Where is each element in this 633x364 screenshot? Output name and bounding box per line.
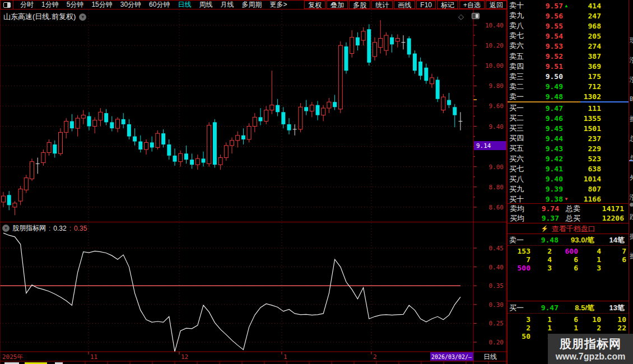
menu-item-15分钟[interactable]: 15分钟	[91, 0, 112, 10]
level-label: 卖八	[509, 21, 532, 31]
clipped-label-char: 总	[630, 153, 633, 163]
buy-one-detail-header: 买一 9.47 8.5/笔 13笔	[508, 303, 629, 312]
book-level-row-买九[interactable]: 买九9.39807	[508, 184, 629, 194]
book-level-row-卖四[interactable]: 卖四9.51369	[508, 62, 629, 72]
order-detail-cell: 500	[508, 264, 533, 272]
book-level-row-买八[interactable]: 买八9.401014	[508, 174, 629, 184]
menu-item-周线[interactable]: 周线	[199, 0, 212, 10]
tool-item-标记[interactable]: 标记	[437, 1, 458, 9]
level-price: 9.56	[532, 12, 563, 20]
svg-text:0.40: 0.40	[489, 264, 504, 271]
level-volume: 1166	[570, 195, 627, 203]
view-full-depth-link[interactable]: ⚡ 查看千档盘口	[508, 224, 629, 234]
svg-text:12: 12	[181, 353, 188, 361]
axis-labels: 10.4010.2010.009.809.609.409.209.008.808…	[473, 22, 506, 346]
book-level-row-卖二[interactable]: 卖二9.49712	[508, 82, 629, 92]
clipped-label-char: 换	[630, 114, 633, 124]
book-level-row-卖八[interactable]: 卖八9.55968	[508, 21, 629, 31]
indicator-header: ▾ 股朋指标网 : 0.32 : 0.35	[2, 223, 87, 233]
order-detail-cell: 4	[533, 255, 554, 264]
book-level-row-卖九[interactable]: 卖九9.56247	[508, 11, 629, 21]
clipped-label-char: 涨	[630, 193, 633, 202]
tool-item-+自选[interactable]: +自选	[459, 1, 485, 9]
svg-text:10.00: 10.00	[485, 62, 504, 69]
indicator-value-1: 0.32	[53, 225, 66, 232]
tool-item-返回[interactable]: 返回	[486, 1, 507, 9]
level-label: 买九	[509, 184, 532, 194]
level-volume: 1355	[570, 114, 627, 123]
book-level-row-卖六[interactable]: 卖六9.53274	[508, 41, 629, 51]
buy-avg-value: 9.37	[530, 214, 559, 222]
buy-avg-label: 买均	[510, 213, 530, 223]
book-level-row-卖七[interactable]: 卖七9.54205	[508, 31, 629, 41]
order-detail-cell: 3	[580, 264, 603, 272]
svg-text:8.80: 8.80	[489, 184, 504, 191]
menu-item-30分钟[interactable]: 30分钟	[120, 0, 141, 10]
sell-total-value: 14171	[588, 204, 626, 213]
menu-item-月线[interactable]: 月线	[220, 0, 234, 10]
divider	[508, 301, 629, 301]
order-detail-cell: 22	[603, 324, 629, 332]
book-level-row-卖十[interactable]: 卖十9.57▲414	[508, 1, 629, 11]
bid-ask-ratio-bar	[508, 101, 629, 102]
book-level-row-卖三[interactable]: 卖三9.50175	[508, 72, 629, 82]
order-detail-cell: 6	[603, 255, 629, 264]
svg-text:11: 11	[90, 353, 97, 361]
clipped-label-char: 涨	[630, 55, 633, 65]
book-level-row-买二[interactable]: 买二9.461355	[508, 113, 629, 123]
menu-item-多周期[interactable]: 多周期	[241, 0, 262, 10]
book-level-row-买七[interactable]: 买七9.41638	[508, 164, 629, 174]
sell-one-per-deal: 93.0/笔	[558, 235, 602, 245]
menu-item-日线[interactable]: 日线	[178, 0, 191, 10]
svg-text:9.40: 9.40	[489, 123, 504, 130]
level-volume: 387	[570, 52, 627, 60]
book-level-row-卖一[interactable]: 卖一9.481302	[508, 92, 629, 102]
indicator-name: 股朋指标网	[12, 223, 46, 233]
chevron-down-icon[interactable]: ▾	[79, 13, 86, 21]
order-detail-row: 500363	[508, 264, 629, 272]
level-label: 买一	[509, 103, 532, 113]
menu-item-更多>[interactable]: 更多>	[269, 0, 287, 10]
svg-text:10.40: 10.40	[485, 22, 504, 29]
menu-item-1分钟[interactable]: 1分钟	[41, 0, 59, 10]
pane-layout-icon[interactable]	[472, 13, 480, 19]
watermark-url: www.7gpzb.com	[556, 352, 626, 362]
tool-item-F10[interactable]: F10	[416, 1, 436, 9]
split-window-icon	[3, 2, 11, 8]
menu-item-5分钟[interactable]: 5分钟	[67, 0, 84, 10]
sell-total-label: 总卖	[566, 204, 588, 214]
window-panel-icon-box[interactable]	[0, 1, 13, 10]
book-level-row-买六[interactable]: 买六9.42523	[508, 154, 629, 164]
chevron-down-icon[interactable]: ▾	[2, 225, 10, 232]
book-level-row-买五[interactable]: 买五9.43229	[508, 143, 629, 153]
book-level-row-买四[interactable]: 买四9.44237	[508, 133, 629, 143]
period-label[interactable]: 日线	[474, 352, 506, 361]
order-detail-cell: 10	[580, 315, 603, 324]
kline-and-indicator-chart[interactable]: 10.4010.2010.009.809.609.409.209.008.808…	[0, 10, 507, 364]
order-detail-cell: 1	[554, 324, 580, 332]
clipped-label-char: 涨	[630, 75, 633, 85]
order-detail-cell: 3	[533, 264, 554, 272]
level-label: 买二	[509, 113, 532, 123]
level-label: 买四	[509, 133, 532, 143]
order-detail-cell: 10	[603, 315, 629, 324]
menu-item-分时[interactable]: 分时	[20, 0, 34, 10]
book-level-row-卖五[interactable]: 卖五9.52387	[508, 52, 629, 62]
level-price: 9.44	[532, 134, 563, 143]
menu-item-60分钟[interactable]: 60分钟	[149, 0, 170, 10]
level-volume: 274	[570, 42, 627, 50]
tool-item-统计[interactable]: 统计	[371, 1, 393, 9]
svg-text:8.60: 8.60	[489, 204, 504, 211]
tool-item-多股[interactable]: 多股	[349, 1, 370, 9]
tool-item-画线[interactable]: 画线	[394, 1, 415, 9]
level-volume: 414	[570, 2, 627, 10]
candlestick-series	[2, 20, 463, 215]
book-level-row-买三[interactable]: 买三9.451501	[508, 123, 629, 133]
diamond-marker-icon[interactable]: ◇	[458, 12, 464, 21]
svg-text:0.45: 0.45	[489, 245, 504, 252]
tool-item-叠加[interactable]: 叠加	[327, 1, 348, 9]
trading-terminal-window: 分时1分钟5分钟15分钟30分钟60分钟日线周线月线多周期更多> 复权叠加多股统…	[0, 0, 633, 364]
tool-item-复权[interactable]: 复权	[304, 1, 325, 9]
book-level-row-买一[interactable]: 买一9.47111	[508, 103, 629, 113]
level-label: 卖一	[509, 92, 532, 102]
